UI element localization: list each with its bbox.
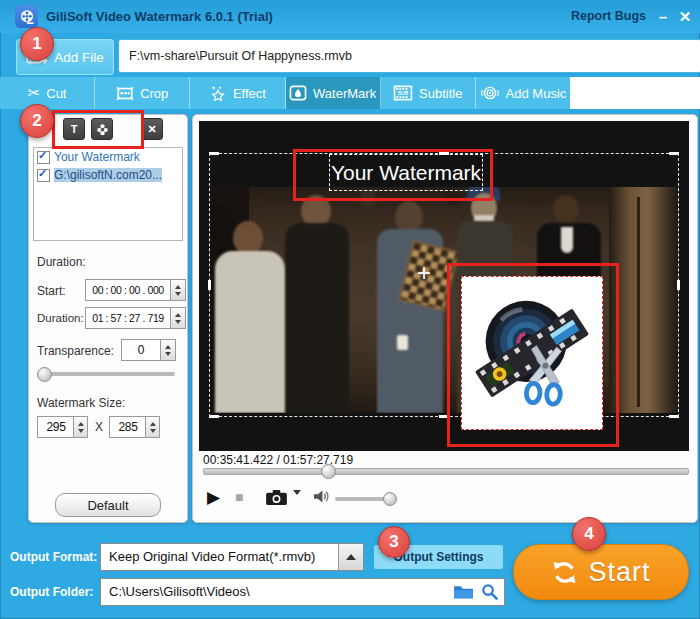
tab-cut[interactable]: ✂ Cut: [0, 77, 95, 109]
title-bar: GiliSoft Video Watermark 6.0.1 (Trial) R…: [0, 0, 700, 33]
transparence-stepper[interactable]: [160, 339, 176, 361]
playback-controls: ▶ ■: [193, 483, 697, 521]
output-folder-value: C:\Users\Gilisoft\Videos\: [109, 579, 250, 605]
tab-watermark-label: WaterMark: [313, 86, 376, 101]
volume-slider-thumb[interactable]: [383, 492, 397, 506]
text-watermark-icon: T: [71, 123, 78, 135]
watermark-checkbox[interactable]: [37, 151, 50, 164]
add-image-watermark-button[interactable]: [91, 118, 113, 140]
size-separator: X: [95, 420, 103, 434]
star-icon: [209, 85, 227, 101]
width-stepper[interactable]: [73, 416, 88, 438]
disc-icon: [480, 85, 500, 101]
gilisoft-logo-image: [474, 295, 590, 411]
height-stepper[interactable]: [145, 416, 160, 438]
report-bugs-link[interactable]: Report Bugs: [571, 0, 646, 33]
stop-button[interactable]: ■: [235, 489, 243, 505]
browse-folder-button[interactable]: [453, 584, 474, 603]
seek-bar-track[interactable]: [203, 468, 689, 475]
start-label: Start:: [37, 284, 66, 298]
watermark-list[interactable]: Your Watermark G:\gilisoftN.com20...: [33, 147, 183, 241]
film-reel-icon: [19, 9, 35, 25]
app-logo-icon: [15, 5, 38, 28]
crop-icon: [116, 86, 134, 101]
camera-icon: [265, 489, 288, 506]
list-item[interactable]: G:\gilisoftN.com20...: [34, 166, 182, 184]
minimize-button[interactable]: –: [652, 0, 674, 33]
search-icon: [481, 583, 498, 600]
transparence-input[interactable]: 0: [121, 339, 161, 361]
start-button[interactable]: Start: [513, 544, 689, 600]
step-badge-3: 3: [378, 526, 410, 558]
image-watermark-icon: [96, 123, 109, 136]
watermark-item-label: Your Watermark: [54, 150, 140, 164]
tab-add-music[interactable]: Add Music: [476, 77, 570, 109]
source-file-path[interactable]: F:\vm-share\Pursuit Of Happyness.rmvb: [118, 39, 700, 73]
open-folder-button[interactable]: [481, 583, 498, 604]
default-button[interactable]: Default: [55, 493, 161, 517]
snapshot-button[interactable]: [265, 489, 288, 510]
delete-x-icon: ✕: [147, 123, 156, 136]
step-badge-4: 4: [572, 517, 606, 551]
output-format-value: Keep Original Video Format(*.rmvb): [109, 544, 315, 570]
image-watermark-overlay[interactable]: [461, 276, 603, 430]
output-folder-label: Output Folder:: [10, 585, 93, 599]
scissors-icon: ✂: [28, 84, 41, 102]
tab-subtitle[interactable]: SUB Subtitle: [381, 77, 476, 109]
close-button[interactable]: ✕: [674, 0, 696, 33]
video-preview: Your Watermark +: [199, 121, 689, 451]
duration-input[interactable]: 01 : 57 : 27 . 719: [85, 307, 171, 329]
start-time-stepper[interactable]: [170, 279, 186, 301]
video-selection-outline: [209, 153, 679, 417]
text-watermark-value: Your Watermark: [331, 161, 481, 185]
sub-text: SUB: [398, 91, 409, 96]
chevron-up-icon: [346, 554, 356, 560]
subtitle-icon: SUB: [393, 85, 413, 101]
start-button-label: Start: [588, 557, 650, 588]
transparence-slider-thumb[interactable]: [37, 367, 52, 382]
list-item[interactable]: Your Watermark: [34, 148, 182, 166]
tab-crop[interactable]: Crop: [95, 77, 190, 109]
transparence-slider-track[interactable]: [37, 372, 175, 376]
volume-button[interactable]: [313, 489, 330, 508]
crosshair-icon: +: [417, 259, 431, 287]
output-format-label: Output Format:: [10, 550, 97, 564]
tab-add-music-label: Add Music: [506, 86, 567, 101]
combo-arrow-button[interactable]: [338, 544, 363, 570]
tab-subtitle-label: Subtitle: [419, 86, 462, 101]
duration-section-label: Duration:: [37, 255, 86, 269]
transparence-label: Transparence:: [37, 344, 114, 358]
watermark-size-label: Watermark Size:: [37, 396, 125, 410]
text-watermark-overlay[interactable]: Your Watermark: [329, 154, 483, 191]
width-input[interactable]: 295: [37, 416, 75, 438]
step-badge-2: 2: [20, 104, 54, 138]
snapshot-menu-arrow[interactable]: [293, 495, 301, 513]
tab-effect-label: Effect: [233, 86, 266, 101]
remove-watermark-button[interactable]: ✕: [141, 118, 163, 140]
add-text-watermark-button[interactable]: T: [63, 118, 85, 140]
seek-bar-thumb[interactable]: [321, 464, 336, 479]
output-format-select[interactable]: Keep Original Video Format(*.rmvb): [100, 543, 364, 571]
tab-crop-label: Crop: [140, 86, 168, 101]
height-input[interactable]: 285: [109, 416, 147, 438]
preview-panel: Your Watermark +: [192, 114, 698, 523]
refresh-arrows-icon: [551, 559, 578, 586]
duration-stepper[interactable]: [170, 307, 186, 329]
speaker-icon: [313, 489, 330, 504]
output-folder-input[interactable]: C:\Users\Gilisoft\Videos\: [100, 578, 505, 606]
start-time-input[interactable]: 00 : 00 : 00 . 000: [85, 279, 171, 301]
duration-label: Duration:: [37, 312, 84, 324]
tab-cut-label: Cut: [46, 86, 66, 101]
watermark-drop-icon: [289, 85, 307, 101]
watermark-settings-panel: T ✕ Your Watermark G:\gilisoftN.com20...…: [28, 114, 188, 523]
watermark-checkbox[interactable]: [37, 169, 50, 182]
step-badge-1: 1: [20, 27, 54, 61]
app-window: GiliSoft Video Watermark 6.0.1 (Trial) R…: [0, 0, 700, 619]
play-button[interactable]: ▶: [207, 487, 220, 508]
tab-watermark[interactable]: WaterMark: [286, 77, 381, 109]
add-file-label: Add File: [54, 50, 104, 65]
window-title: GiliSoft Video Watermark 6.0.1 (Trial): [46, 0, 273, 33]
tab-effect[interactable]: Effect: [190, 77, 285, 109]
tool-tab-bar: ✂ Cut Crop Effect: [0, 77, 700, 109]
folder-icon: [453, 584, 474, 599]
